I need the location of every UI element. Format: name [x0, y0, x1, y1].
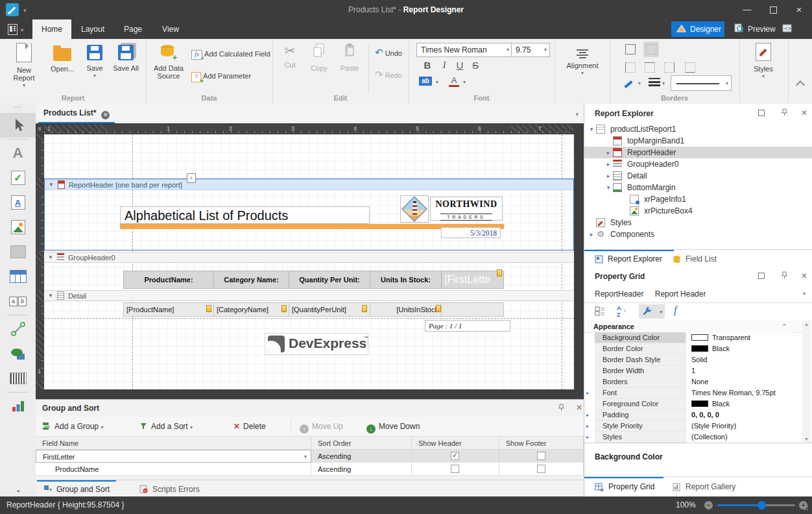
- tree-item-styles[interactable]: Styles: [584, 217, 812, 228]
- show-header-checkbox[interactable]: [451, 465, 459, 473]
- chevron-down-icon[interactable]: ▾: [463, 79, 466, 85]
- add-parameter-button[interactable]: ? Add Parameter: [191, 70, 251, 82]
- border-none-button[interactable]: [643, 42, 659, 57]
- property-row[interactable]: Border Dash StyleSolid: [584, 354, 802, 365]
- property-row[interactable]: Background ColorTransparent: [584, 332, 802, 343]
- toolbox-picturebox-tool[interactable]: [0, 215, 36, 239]
- band-strip-report-header[interactable]: ▼ ReportHeader [one band per report]: [45, 179, 573, 190]
- property-row[interactable]: ▸Padding0, 0, 0, 0: [584, 410, 802, 421]
- toolbox-collapse-icon[interactable]: ◂: [0, 487, 36, 494]
- category-appearance[interactable]: Appearance ⌃: [584, 321, 802, 333]
- cut-button[interactable]: ✂Cut: [278, 43, 302, 69]
- tab-property-grid[interactable]: Property Grid: [595, 477, 654, 496]
- group-row-sort-order[interactable]: Ascending: [311, 450, 412, 463]
- close-panel-icon[interactable]: ✕: [576, 403, 582, 412]
- add-data-source-button[interactable]: +Add Data Source: [150, 43, 187, 80]
- detail-cell-quantity-per-unit[interactable]: [QuantityPerUnit]: [289, 302, 370, 317]
- tab-view[interactable]: View: [152, 19, 189, 39]
- close-panel-icon[interactable]: ✕: [801, 108, 807, 117]
- copy-button[interactable]: Copy: [305, 43, 333, 72]
- strikeout-button[interactable]: S: [468, 60, 483, 71]
- toolbox-checkbox-tool[interactable]: ✓: [0, 165, 36, 190]
- devexpress-logo[interactable]: DevExpress ™: [265, 333, 368, 355]
- scrollbar[interactable]: ▲ ▼: [802, 321, 811, 443]
- smart-tag-icon[interactable]: [436, 305, 441, 312]
- tree-item-bottom-margin[interactable]: ▾BottomMargin: [584, 182, 812, 193]
- column-header-show-footer[interactable]: Show Footer: [499, 437, 584, 450]
- property-row[interactable]: Foreground ColorBlack: [584, 398, 802, 410]
- delete-button[interactable]: ✕Delete: [233, 417, 266, 436]
- expand-icon[interactable]: ▸: [586, 387, 594, 398]
- border-bottom-button[interactable]: [684, 61, 697, 74]
- new-report-button[interactable]: New Report▾: [6, 43, 42, 88]
- redo-button[interactable]: ↷ Redo: [375, 69, 402, 80]
- zoom-slider-thumb[interactable]: [758, 501, 766, 509]
- pin-icon[interactable]: [781, 271, 788, 281]
- paste-button[interactable]: Paste: [335, 43, 364, 72]
- tree-item-detail[interactable]: ▸Detail: [584, 170, 812, 182]
- detail-cell-category-name[interactable]: [CategoryName]: [213, 302, 289, 317]
- border-right-button[interactable]: [663, 61, 676, 74]
- scroll-up-icon[interactable]: ▲: [804, 322, 809, 326]
- pin-icon[interactable]: [558, 404, 565, 413]
- property-row[interactable]: Border ColorBlack: [584, 343, 802, 354]
- expand-icon[interactable]: ▸: [586, 410, 594, 421]
- smart-tag-button[interactable]: ›: [187, 173, 196, 183]
- selected-object-combo[interactable]: ReportHeader Report Header ▾: [584, 286, 812, 303]
- save-button[interactable]: Save▾: [82, 43, 108, 79]
- column-header-field-name[interactable]: Field Name: [36, 437, 311, 450]
- chevron-down-icon[interactable]: ▾: [638, 80, 641, 86]
- sort-row-field[interactable]: ProductName: [36, 463, 311, 476]
- tab-home[interactable]: Home: [32, 19, 71, 39]
- sort-alphabetical-icon[interactable]: AZ↓: [617, 305, 621, 318]
- column-header-show-header[interactable]: Show Header: [412, 437, 499, 450]
- tab-page[interactable]: Page: [114, 19, 152, 39]
- underline-button[interactable]: U: [453, 60, 467, 71]
- expand-icon[interactable]: ▸: [586, 421, 594, 432]
- toolbox-line-tool[interactable]: [0, 317, 36, 341]
- toolbox-barcode-tool[interactable]: [0, 366, 36, 391]
- scroll-down-icon[interactable]: ▼: [804, 437, 809, 441]
- mode-designer-button[interactable]: Designer: [671, 21, 724, 37]
- toolbox-panel-tool[interactable]: [0, 239, 36, 264]
- group-row-field-combo[interactable]: FirstLetter▾: [36, 450, 311, 463]
- tree-item-picture-box[interactable]: xrPictureBox4: [584, 205, 812, 217]
- zoom-out-button[interactable]: −: [704, 501, 713, 509]
- open-button[interactable]: Open...: [45, 43, 79, 73]
- expand-icon[interactable]: ▸: [586, 432, 594, 443]
- header-cell-units-in-stock[interactable]: Units In Stock:: [370, 271, 442, 289]
- toolbox-table-tool[interactable]: [0, 264, 36, 289]
- tab-report-explorer[interactable]: Report Explorer: [595, 250, 662, 268]
- band-strip-group-header[interactable]: ▼ GroupHeader0: [44, 252, 574, 263]
- tab-report-gallery[interactable]: Report Gallery: [673, 477, 735, 496]
- header-cell-product-name[interactable]: ProductName:: [123, 271, 214, 289]
- report-title-label[interactable]: Alphabetical List of Products: [120, 206, 370, 224]
- font-color-button[interactable]: A: [449, 75, 459, 87]
- toolbox-charactercomb-tool[interactable]: ab: [0, 289, 36, 313]
- border-width-icon[interactable]: [649, 78, 660, 86]
- font-family-combo[interactable]: Times New Roman▾: [416, 43, 512, 57]
- close-tab-icon[interactable]: ✕: [101, 111, 110, 119]
- toolbox-pointer-tool[interactable]: [0, 113, 36, 138]
- tab-group-and-sort[interactable]: Group and Sort: [43, 480, 110, 498]
- tree-item-components[interactable]: ▸⚙Components: [584, 228, 812, 240]
- add-a-sort-button[interactable]: Add a Sort ▾: [139, 417, 193, 436]
- header-cell-first-letter[interactable]: [FirstLette: [441, 271, 504, 289]
- move-down-button[interactable]: ↓Move Down: [366, 417, 420, 436]
- move-up-button[interactable]: ↑Move Up: [300, 417, 343, 436]
- chevron-right-icon[interactable]: ▸: [587, 231, 596, 238]
- report-page[interactable]: ▼ ReportHeader [one band per report] › A…: [44, 134, 574, 389]
- toolbox-label-tool[interactable]: A: [0, 141, 36, 165]
- highlight-color-button[interactable]: ab: [419, 77, 432, 86]
- page-info-label[interactable]: Page : 1 / 1: [425, 320, 510, 332]
- detail-cell-first-letter-empty[interactable]: [441, 302, 504, 317]
- minimize-button[interactable]: —: [734, 0, 760, 19]
- smart-tag-icon[interactable]: [497, 269, 502, 276]
- add-a-group-button[interactable]: Add a Group ▾: [42, 417, 103, 436]
- bold-button[interactable]: B: [420, 60, 435, 71]
- close-button[interactable]: ×: [786, 0, 812, 19]
- pin-icon[interactable]: [781, 108, 788, 118]
- undo-button[interactable]: ↶ Undo: [375, 47, 402, 58]
- band-strip-detail[interactable]: ▼ Detail: [44, 290, 574, 301]
- property-row[interactable]: BordersNone: [584, 376, 802, 387]
